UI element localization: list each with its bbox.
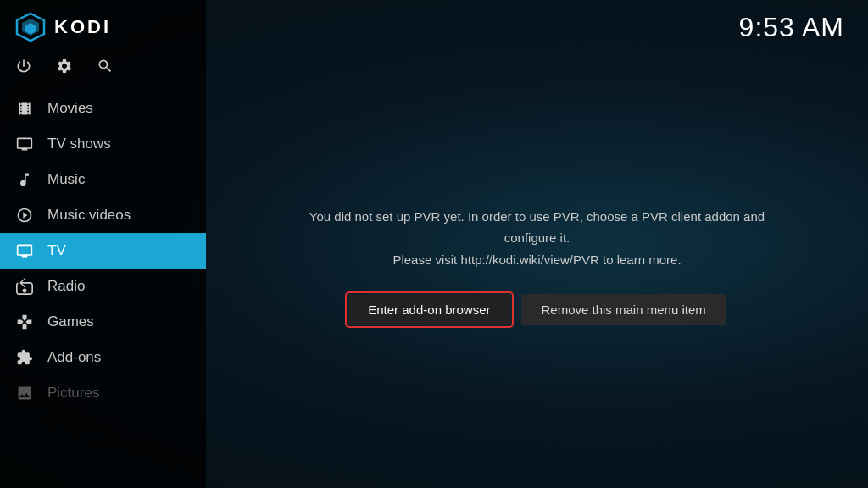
sidebar-item-music[interactable]: Music [0, 162, 206, 197]
sidebar-item-radio-label: Radio [47, 278, 85, 295]
enter-addon-browser-button[interactable]: Enter add-on browser [348, 294, 510, 325]
sidebar-item-musicvideos[interactable]: Music videos [0, 197, 206, 233]
logo-area: KODI [0, 0, 206, 54]
app-title: KODI [54, 16, 111, 38]
sidebar-item-pictures-label: Pictures [47, 385, 99, 402]
sidebar-item-movies[interactable]: Movies [0, 91, 206, 126]
pictures-icon [15, 384, 34, 402]
addons-icon [15, 348, 34, 367]
sidebar-item-tv[interactable]: TV [0, 233, 206, 269]
sidebar-item-games[interactable]: Games [0, 304, 206, 340]
sidebar-item-tv-label: TV [47, 242, 66, 259]
top-icon-bar [0, 54, 206, 91]
nav-list: Movies TV shows Music Music videos TV [0, 91, 206, 488]
games-icon [15, 313, 34, 331]
sidebar-item-addons[interactable]: Add-ons [0, 340, 206, 375]
sidebar-item-music-label: Music [47, 171, 85, 188]
sidebar-item-radio[interactable]: Radio [0, 269, 206, 304]
pvr-message: You did not set up PVR yet. In order to … [292, 206, 783, 271]
time-bar: 9:53 AM [206, 0, 868, 43]
sidebar-item-tvshows[interactable]: TV shows [0, 126, 206, 162]
pvr-message-line2: Please visit http://kodi.wiki/view/PVR t… [392, 252, 681, 267]
settings-icon[interactable] [56, 58, 73, 79]
tvshows-icon [15, 135, 34, 153]
musicvideos-icon [15, 206, 34, 225]
radio-icon [15, 277, 34, 296]
sidebar-item-addons-label: Add-ons [47, 349, 101, 366]
pvr-content: You did not set up PVR yet. In order to … [206, 43, 868, 488]
clock: 9:53 AM [739, 12, 844, 43]
power-icon[interactable] [15, 58, 32, 79]
movies-icon [15, 99, 34, 118]
search-icon[interactable] [97, 58, 114, 79]
main-content: 9:53 AM You did not set up PVR yet. In o… [206, 0, 868, 488]
remove-menu-item-button[interactable]: Remove this main menu item [521, 294, 726, 325]
sidebar-item-musicvideos-label: Music videos [47, 207, 131, 224]
sidebar-item-movies-label: Movies [47, 100, 93, 117]
sidebar-item-tvshows-label: TV shows [47, 136, 111, 152]
kodi-logo-icon [15, 12, 46, 42]
tv-icon [15, 241, 34, 260]
pvr-message-line1: You did not set up PVR yet. In order to … [309, 209, 765, 246]
sidebar: KODI Movies TV shows [0, 0, 206, 488]
music-icon [15, 170, 34, 189]
pvr-button-row: Enter add-on browser Remove this main me… [348, 294, 726, 325]
sidebar-item-pictures[interactable]: Pictures [0, 375, 206, 411]
sidebar-item-games-label: Games [47, 313, 94, 330]
